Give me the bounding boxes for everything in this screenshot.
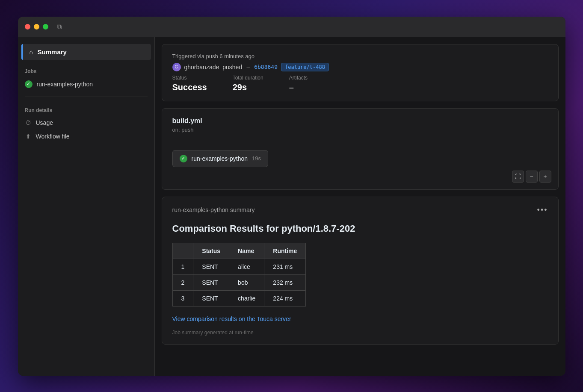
- summary-card-header: run-examples-python summary •••: [172, 206, 548, 215]
- cell-index: 1: [172, 259, 193, 274]
- table-header-row: Status Name Runtime: [172, 243, 306, 259]
- status-row: Status Success Total duration 29s Artifa…: [172, 75, 548, 92]
- workflow-title: build.yml: [172, 117, 548, 125]
- col-name: Name: [229, 243, 264, 259]
- col-status: Status: [193, 243, 229, 259]
- fullscreen-icon: ⛶: [515, 173, 521, 180]
- zoom-out-button[interactable]: −: [526, 171, 538, 183]
- job-node[interactable]: ✓ run-examples-python 19s: [172, 150, 268, 167]
- table-row: 1 SENT alice 231 ms: [172, 259, 306, 274]
- triggered-text: Triggered via push 6 minutes ago: [172, 53, 548, 59]
- table-row: 3 SENT charlie 224 ms: [172, 290, 306, 306]
- home-icon: ⌂: [30, 48, 33, 56]
- workflow-card: build.yml on: push ✓ run-examples-python…: [162, 108, 559, 190]
- status-label: Status: [172, 75, 207, 81]
- job-label: run-examples-python: [37, 81, 93, 88]
- sidebar-item-usage[interactable]: ⏱ Usage: [18, 116, 154, 130]
- sidebar-item-workflow-file[interactable]: ⬆ Workflow file: [18, 130, 154, 143]
- maximize-button[interactable]: [43, 24, 48, 29]
- cell-status: SENT: [193, 274, 229, 290]
- cell-index: 3: [172, 290, 193, 306]
- username: ghorbanzade: [184, 64, 219, 71]
- sidebar-summary-label: Summary: [38, 48, 67, 56]
- summary-card-title: run-examples-python summary: [172, 206, 255, 213]
- zoom-in-icon: +: [543, 173, 547, 180]
- clock-icon: ⏱: [25, 119, 32, 126]
- cell-runtime: 231 ms: [264, 259, 306, 274]
- commit-hash[interactable]: 6b88649: [254, 64, 278, 70]
- sidebar-item-summary[interactable]: ⌂ Summary: [21, 44, 151, 60]
- arrow-icon: →: [246, 64, 251, 70]
- cell-status: SENT: [193, 290, 229, 306]
- workflow-controls: ⛶ − +: [512, 171, 551, 183]
- zoom-in-button[interactable]: +: [539, 171, 551, 183]
- branch-badge[interactable]: feature/t-488: [281, 63, 329, 71]
- window-icon: ⧉: [57, 23, 62, 31]
- sidebar-divider: [25, 97, 148, 97]
- job-node-label: run-examples-python: [192, 155, 248, 162]
- view-comparison-link[interactable]: View comparison results on the Touca ser…: [172, 315, 291, 322]
- duration-group: Total duration 29s: [233, 75, 263, 92]
- more-options-button[interactable]: •••: [537, 206, 548, 215]
- close-button[interactable]: [25, 24, 30, 29]
- artifacts-group: Artifacts –: [289, 75, 308, 92]
- titlebar: ⧉: [18, 17, 565, 37]
- cell-runtime: 232 ms: [264, 274, 306, 290]
- usage-label: Usage: [36, 119, 53, 126]
- workflow-subtitle: on: push: [172, 127, 548, 133]
- summary-content: Comparison Results for python/1.8.7-202 …: [172, 223, 548, 336]
- artifacts-value: –: [289, 83, 308, 92]
- jobs-section-label: Jobs: [18, 63, 154, 77]
- workflow-file-label: Workflow file: [36, 133, 70, 140]
- col-runtime: Runtime: [264, 243, 306, 259]
- file-icon: ⬆: [25, 133, 32, 140]
- artifacts-label: Artifacts: [289, 75, 308, 81]
- cell-runtime: 224 ms: [264, 290, 306, 306]
- content-area: Triggered via push 6 minutes ago G ghorb…: [155, 37, 565, 376]
- job-node-duration: 19s: [252, 155, 261, 162]
- workflow-diagram: ✓ run-examples-python 19s: [172, 143, 548, 174]
- job-success-icon: ✓: [180, 155, 187, 162]
- minimize-button[interactable]: [34, 24, 39, 29]
- action-text: pushed: [222, 64, 242, 71]
- commit-row: G ghorbanzade pushed → 6b88649 feature/t…: [172, 63, 548, 71]
- cell-name: alice: [229, 259, 264, 274]
- status-card: Triggered via push 6 minutes ago G ghorb…: [162, 44, 559, 101]
- run-details-label: Run details: [18, 102, 154, 116]
- fullscreen-button[interactable]: ⛶: [512, 171, 524, 183]
- cell-index: 2: [172, 274, 193, 290]
- cell-name: charlie: [229, 290, 264, 306]
- app-window: ⧉ ⌂ Summary Jobs ✓ run-examples-python R…: [18, 17, 565, 376]
- summary-card: run-examples-python summary ••• Comparis…: [162, 197, 559, 345]
- status-value: Success: [172, 83, 207, 92]
- status-group: Status Success: [172, 75, 207, 92]
- duration-value: 29s: [233, 83, 263, 92]
- table-row: 2 SENT bob 232 ms: [172, 274, 306, 290]
- avatar: G: [172, 63, 181, 71]
- cell-status: SENT: [193, 259, 229, 274]
- comparison-table: Status Name Runtime 1 SENT alice 231 ms …: [172, 243, 306, 307]
- footer-note: Job summary generated at run-time: [172, 330, 548, 336]
- duration-label: Total duration: [233, 75, 263, 81]
- col-index: [172, 243, 193, 259]
- cell-name: bob: [229, 274, 264, 290]
- comparison-heading: Comparison Results for python/1.8.7-202: [172, 223, 548, 234]
- sidebar-item-run-examples-python[interactable]: ✓ run-examples-python: [18, 77, 154, 91]
- zoom-out-icon: −: [530, 173, 533, 180]
- success-icon: ✓: [25, 80, 33, 88]
- main-layout: ⌂ Summary Jobs ✓ run-examples-python Run…: [18, 37, 565, 376]
- sidebar: ⌂ Summary Jobs ✓ run-examples-python Run…: [18, 37, 155, 376]
